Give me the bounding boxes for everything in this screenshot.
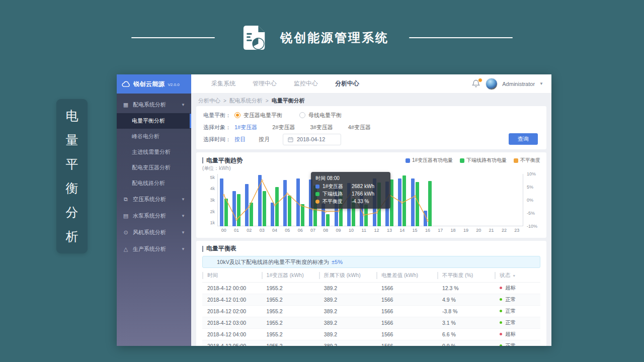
content-area: 分析中心>配电系统分析>电量平衡分析 电量平衡： 变压器电量平衡母线电量平衡 选…: [191, 94, 551, 346]
table-cell: 389.2: [319, 282, 376, 294]
table-cell: 超标: [495, 282, 540, 294]
time-mode-1[interactable]: 按月: [259, 136, 270, 143]
sidebar-item-0[interactable]: ▦配电系统分析▼: [117, 97, 191, 113]
x-tick-2: 02: [243, 228, 256, 233]
date-picker[interactable]: 2018-04-12: [283, 134, 341, 145]
object-option-0[interactable]: 1#变压器: [234, 124, 257, 131]
balance-radio-0[interactable]: 变压器电量平衡: [234, 112, 282, 119]
balance-radio-1[interactable]: 母线电量平衡: [299, 112, 342, 119]
topnav-item-2[interactable]: 监控中心: [294, 79, 318, 88]
table-column-5[interactable]: 状态▼: [495, 269, 540, 282]
chart-tooltip: 时间 08:00 1#变压器2682 kWh下端线路1766 kWh不平衡度-4…: [311, 172, 390, 209]
radio-icon: [299, 112, 305, 118]
main-panel: 采集系统管理中心监控中心分析中心 Administrator ▼ 分析中心>配电…: [191, 74, 551, 346]
tooltip-value: 2682 kWh: [352, 184, 374, 189]
table-row-3: 2018-4-12 03:001955.2389.215663.1 %正常: [202, 317, 540, 328]
legend-item-0[interactable]: 1#变压器有功电量: [406, 157, 453, 164]
table-cell: 389.2: [319, 340, 376, 346]
table-cell: 正常: [495, 340, 540, 346]
sidebar-menu: ▦配电系统分析▼电量平衡分析峰谷电分析主进线需量分析配电变压器分析配电线路分析⧉…: [117, 94, 191, 346]
app-logo[interactable]: 锐创云能源 V2.0.0: [117, 74, 191, 94]
table-column-label: 所属下级 (kWh): [319, 272, 361, 279]
chevron-down-icon: ▼: [181, 230, 185, 235]
object-options: 1#变压器2#变压器3#变压器4#变压器: [234, 124, 386, 131]
chart-unit-label: (单位：kWh): [202, 165, 540, 171]
slide-header: 锐创能源管理系统: [0, 25, 644, 50]
sidebar-item-label: 配电系统分析: [133, 101, 166, 109]
tooltip-row-2: 不平衡度-4.33 %: [315, 198, 386, 205]
time-mode-0[interactable]: 按日: [234, 136, 246, 143]
status-dot: [500, 321, 502, 324]
date-value: 2018-04-12: [297, 136, 325, 142]
legend-item-1[interactable]: 下端线路有功电量: [460, 157, 507, 164]
line-point-5: [286, 193, 288, 195]
table-column-label: 不平衡度 (%): [437, 272, 473, 279]
table-cell: 1566: [376, 328, 437, 340]
table-column-label: 1#变压器 (kWh): [262, 272, 304, 279]
legend-item-2[interactable]: 不平衡度: [514, 157, 540, 164]
table-header-row: 时间1#变压器 (kWh)所属下级 (kWh)电量差值 (kWh)不平衡度 (%…: [202, 269, 540, 282]
breadcrumb-item-2[interactable]: 电量平衡分析: [272, 97, 305, 105]
vertical-title-banner: 电量平衡分析: [56, 99, 88, 253]
object-option-2[interactable]: 3#变压器: [310, 124, 333, 131]
sidebar-item-2[interactable]: ▤水泵系统分析▼: [117, 208, 191, 224]
sidebar-item-3[interactable]: ⊙风机系统分析▼: [117, 224, 191, 241]
table-row-4: 2018-4-12 04:001955.2389.215666.6 %超标: [202, 328, 540, 340]
line-point-16: [427, 220, 429, 222]
chart-header: 电量平衡趋势 1#变压器有功电量下端线路有功电量不平衡度: [202, 156, 540, 165]
query-button[interactable]: 查询: [509, 133, 538, 145]
user-avatar[interactable]: [486, 78, 498, 90]
y-tick-right-4: -10%: [527, 224, 537, 229]
table-row-5: 2018-4-12 05:001955.2389.215660.9 %正常: [202, 340, 540, 346]
topnav-item-1[interactable]: 管理中心: [253, 79, 277, 88]
x-tick-1: 01: [230, 228, 243, 233]
line-point-0: [223, 194, 225, 196]
table-cell: 1955.2: [262, 282, 319, 294]
sidebar-item-label: 空压系统分析: [133, 196, 166, 203]
balance-type-row: 电量平衡： 变压器电量平衡母线电量平衡: [203, 110, 539, 121]
sidebar-subitem-0-1[interactable]: 峰谷电分析: [117, 129, 191, 144]
sidebar-subitem-0-0[interactable]: 电量平衡分析: [117, 113, 191, 129]
slide-title: 锐创能源管理系统: [280, 30, 389, 46]
table-cell: 389.2: [319, 317, 376, 328]
sidebar-item-1[interactable]: ⧉空压系统分析▼: [117, 191, 191, 208]
table-column-0: 时间: [202, 269, 262, 282]
status-label: 正常: [505, 319, 516, 325]
filter-funnel-icon[interactable]: ▼: [512, 274, 516, 278]
topnav-item-0[interactable]: 采集系统: [211, 79, 235, 88]
y-tick-right-2: 0%: [527, 198, 533, 203]
sidebar-subitem-0-4[interactable]: 配电线路分析: [117, 175, 191, 191]
sidebar-item-4[interactable]: △生产系统分析▼: [117, 241, 191, 257]
table-row-0: 2018-4-12 00:001955.2389.2156612.3 %超标: [202, 282, 540, 294]
table-cell: 389.2: [319, 294, 376, 305]
app-logo-version: V2.0.0: [168, 82, 180, 87]
table-cell: 正常: [495, 305, 540, 317]
decor-line-right: [409, 37, 513, 38]
sidebar-subitem-0-3[interactable]: 配电变压器分析: [117, 160, 191, 175]
sidebar-subitem-0-2[interactable]: 主进线需量分析: [117, 144, 191, 160]
legend-swatch: [406, 158, 410, 163]
table-cell: -3.8 %: [437, 305, 495, 317]
production-icon: △: [123, 246, 129, 252]
chart-title: 电量平衡趋势: [206, 156, 243, 165]
chart-plot-area: 5k4k3k2k1k 10%5%0%-5%-10% 时间 08:00 1#变压器…: [217, 174, 523, 226]
table-cell: 正常: [495, 317, 540, 328]
notification-bell-icon[interactable]: [472, 79, 481, 88]
object-option-3[interactable]: 4#变压器: [348, 124, 371, 131]
x-tick-3: 03: [256, 228, 268, 233]
table-cell: 1955.2: [262, 294, 319, 305]
breadcrumb-item-0[interactable]: 分析中心: [198, 97, 220, 105]
radio-icon: [234, 112, 240, 118]
topnav-item-3[interactable]: 分析中心: [335, 79, 359, 88]
tooltip-series: 不平衡度: [323, 198, 349, 205]
breadcrumb-item-1[interactable]: 配电系统分析: [229, 97, 263, 105]
object-option-1[interactable]: 2#变压器: [272, 124, 295, 131]
breadcrumb-separator: >: [266, 98, 269, 104]
user-menu-caret-icon[interactable]: ▼: [539, 81, 543, 86]
table-cell: 389.2: [319, 305, 376, 317]
line-point-14: [401, 202, 403, 204]
tooltip-row-1: 下端线路1766 kWh: [315, 190, 386, 198]
table-cell: 12.3 %: [437, 282, 495, 294]
balance-table: 时间1#变压器 (kWh)所属下级 (kWh)电量差值 (kWh)不平衡度 (%…: [202, 269, 540, 346]
title-accent-bar: [202, 157, 203, 163]
